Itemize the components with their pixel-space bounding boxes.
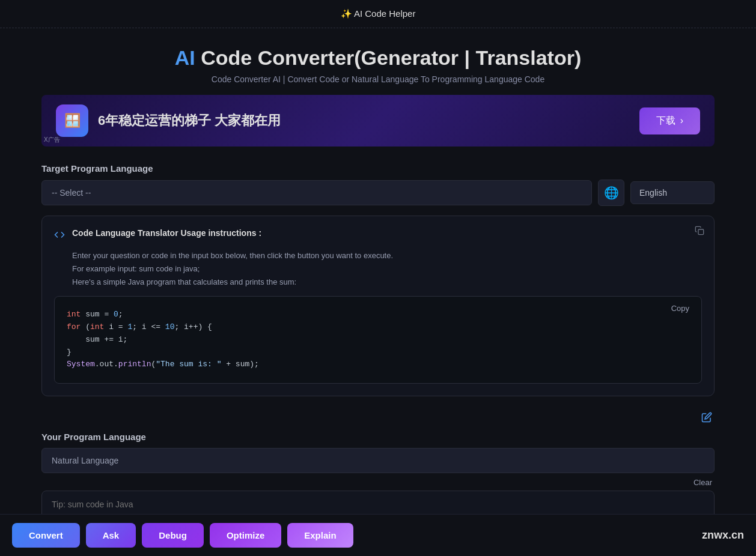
instruction-line3: Here's a simple Java program that calcul… bbox=[72, 276, 702, 289]
code-icon bbox=[54, 229, 65, 243]
ad-text: 6年稳定运营的梯子 大家都在用 bbox=[98, 112, 281, 130]
ad-icon: 🪟 bbox=[56, 104, 88, 137]
page-title: AI Code Converter(Generator | Translator… bbox=[41, 46, 715, 70]
bottom-bar: Convert Ask Debug Optimize Explain znwx.… bbox=[0, 514, 756, 556]
main-content: AI Code Converter(Generator | Translator… bbox=[29, 28, 727, 556]
page-subtitle: Code Converter AI | Convert Code or Natu… bbox=[41, 74, 715, 84]
copy-icon-top[interactable] bbox=[695, 226, 704, 238]
page-heading: AI Code Converter(Generator | Translator… bbox=[41, 46, 715, 70]
clear-row: Clear bbox=[41, 477, 715, 488]
ai-text: AI bbox=[175, 46, 195, 69]
ask-button[interactable]: Ask bbox=[86, 523, 136, 548]
globe-button[interactable]: 🌐 bbox=[598, 180, 624, 206]
clear-button[interactable]: Clear bbox=[691, 477, 715, 488]
debug-button[interactable]: Debug bbox=[142, 523, 204, 548]
code-block-wrapper: Copy int sum = 0; for (int i = 1; i <= 1… bbox=[54, 296, 702, 384]
instructions-card: Code Language Translator Usage instructi… bbox=[41, 216, 715, 396]
ad-badge: X广告 bbox=[44, 136, 60, 144]
ad-btn-label: 下载 bbox=[656, 115, 675, 127]
action-buttons: Convert Ask Debug Optimize Explain bbox=[12, 523, 353, 548]
nav-title: ✨ AI Code Helper bbox=[341, 8, 416, 19]
instructions-header: Code Language Translator Usage instructi… bbox=[54, 228, 702, 243]
code-block: int sum = 0; for (int i = 1; i <= 10; i+… bbox=[55, 297, 701, 383]
target-lang-label: Target Program Language bbox=[41, 163, 715, 174]
edit-icon[interactable] bbox=[701, 412, 712, 426]
ad-download-button[interactable]: 下载 › bbox=[639, 107, 700, 134]
instructions-title: Code Language Translator Usage instructi… bbox=[72, 228, 261, 238]
target-lang-select[interactable]: -- Select -- bbox=[41, 180, 592, 205]
globe-icon: 🌐 bbox=[604, 186, 619, 200]
copy-code-button[interactable]: Copy bbox=[666, 301, 694, 315]
ad-banner: 🪟 6年稳定运营的梯子 大家都在用 下载 › X广告 bbox=[41, 95, 715, 147]
instructions-body: Enter your question or code in the input… bbox=[54, 249, 702, 289]
instruction-line1: Enter your question or code in the input… bbox=[72, 249, 702, 262]
ad-emoji: 🪟 bbox=[64, 113, 81, 128]
your-lang-label: Your Program Language bbox=[41, 432, 715, 442]
optimize-button[interactable]: Optimize bbox=[210, 523, 281, 548]
edit-icon-row bbox=[41, 408, 715, 426]
heading-rest: Code Converter(Generator | Translator) bbox=[195, 46, 581, 69]
top-nav: ✨ AI Code Helper bbox=[0, 0, 756, 28]
your-lang-select[interactable]: Natural Language bbox=[41, 448, 715, 473]
sparkle-icon: ✨ bbox=[341, 8, 352, 19]
convert-button[interactable]: Convert bbox=[12, 523, 80, 548]
target-lang-row: -- Select -- 🌐 English bbox=[41, 180, 715, 206]
instruction-line2: For example input: sum code in java; bbox=[72, 262, 702, 276]
brand-logo: znwx.cn bbox=[702, 529, 744, 542]
ad-btn-arrow: › bbox=[680, 115, 683, 126]
english-lang-select[interactable]: English bbox=[630, 181, 715, 204]
explain-button[interactable]: Explain bbox=[287, 523, 353, 548]
svg-rect-0 bbox=[698, 229, 704, 235]
target-lang-section: Target Program Language -- Select -- 🌐 E… bbox=[41, 163, 715, 206]
ad-left: 🪟 6年稳定运营的梯子 大家都在用 bbox=[56, 104, 281, 137]
nav-title-text: AI Code Helper bbox=[354, 8, 416, 19]
